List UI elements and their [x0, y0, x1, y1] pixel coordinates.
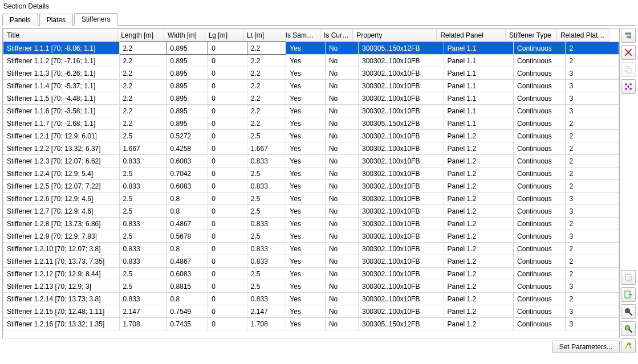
cell-lg[interactable]: 0 — [208, 293, 247, 305]
cell-rpc[interactable]: 2 — [566, 117, 619, 130]
cell-sy[interactable]: Yes — [286, 280, 326, 293]
table-row[interactable]: Stiffener 1.1.2 [70; -7.16; 1.1]2.20.895… — [3, 55, 619, 67]
cell-stype[interactable]: Continuous — [514, 293, 566, 305]
col-panel[interactable]: Related Panel — [437, 29, 506, 42]
cell-width[interactable]: 0.5272 — [166, 130, 208, 142]
cell-panel[interactable]: Panel 1.1 — [444, 55, 514, 67]
cell-lg[interactable]: 0 — [208, 105, 247, 117]
cell-length[interactable]: 0.833 — [119, 255, 166, 268]
col-width[interactable]: Width [m] — [164, 29, 205, 42]
cell-curved[interactable]: No — [325, 130, 358, 142]
cell-sy[interactable]: Yes — [286, 180, 326, 193]
cell-width[interactable]: 0.5678 — [166, 230, 208, 243]
cell-width[interactable]: 0.6083 — [166, 268, 208, 280]
cell-title[interactable]: Stiffener 1.2.9 [70; 12.9; 7.83] — [3, 230, 120, 243]
cell-width[interactable]: 0.895 — [166, 105, 208, 117]
cell-sy[interactable]: Yes — [286, 92, 326, 105]
cell-title[interactable]: Stiffener 1.2.1 [70; 12.9; 6.01] — [3, 130, 120, 142]
cell-sy[interactable]: Yes — [286, 130, 326, 142]
cell-panel[interactable]: Panel 1.2 — [444, 305, 514, 318]
cell-stype[interactable]: Continuous — [514, 218, 566, 230]
cell-lg[interactable]: 0 — [208, 180, 247, 193]
cell-length[interactable]: 2.5 — [119, 167, 166, 180]
cell-lt[interactable]: 1.667 — [247, 142, 286, 155]
cell-rpc[interactable]: 2 — [566, 55, 619, 67]
cell-panel[interactable]: Panel 1.2 — [444, 155, 514, 167]
cell-rpc[interactable]: 3 — [566, 280, 619, 293]
col-property[interactable]: Property — [353, 29, 437, 42]
cell-rpc[interactable]: 2 — [566, 293, 619, 305]
cell-stype[interactable]: Continuous — [514, 205, 566, 218]
cell-lg[interactable]: 0 — [208, 205, 247, 218]
cell-curved[interactable]: No — [325, 42, 358, 55]
table-row[interactable]: Stiffener 1.2.8 [70; 13.73; 6.86]0.8330.… — [3, 218, 619, 230]
cell-rpc[interactable]: 2 — [566, 268, 619, 280]
cell-lt[interactable]: 2.2 — [247, 55, 286, 67]
cell-panel[interactable]: Panel 1.1 — [444, 117, 514, 130]
cell-sy[interactable]: Yes — [286, 318, 326, 330]
cell-title[interactable]: Stiffener 1.2.7 [70; 12.9; 4.6] — [3, 205, 120, 218]
table-row[interactable]: Stiffener 1.2.4 [70; 12.9; 5.4]2.50.7042… — [3, 167, 619, 180]
tab-panels[interactable]: Panels — [2, 14, 38, 26]
table-row[interactable]: Stiffener 1.1.6 [70; -3.58; 1.1]2.20.895… — [3, 105, 619, 117]
cell-title[interactable]: Stiffener 1.1.7 [70; -2.68; 1.1] — [3, 117, 120, 130]
cell-title[interactable]: Stiffener 1.2.8 [70; 13.73; 6.86] — [3, 218, 120, 230]
cell-width[interactable]: 0.8 — [166, 205, 208, 218]
cell-width[interactable]: 0.8 — [166, 293, 208, 305]
cell-length[interactable]: 2.2 — [119, 55, 166, 67]
cell-width[interactable]: 0.7549 — [166, 305, 208, 318]
cell-lg[interactable]: 0 — [208, 268, 247, 280]
cell-sy[interactable]: Yes — [286, 218, 326, 230]
col-length[interactable]: Length [m] — [117, 29, 164, 42]
cell-property[interactable]: 300302..100x10FB — [359, 255, 444, 268]
cell-length[interactable]: 2.5 — [119, 193, 166, 205]
cell-panel[interactable]: Panel 1.2 — [444, 167, 514, 180]
cell-stype[interactable]: Continuous — [514, 155, 566, 167]
table-row[interactable]: Stiffener 1.2.7 [70; 12.9; 4.6]2.50.802.… — [3, 205, 619, 218]
cell-curved[interactable]: No — [325, 268, 358, 280]
cell-stype[interactable]: Continuous — [514, 142, 566, 155]
cell-panel[interactable]: Panel 1.2 — [444, 230, 514, 243]
cell-title[interactable]: Stiffener 1.1.2 [70; -7.16; 1.1] — [3, 55, 120, 67]
cell-title[interactable]: Stiffener 1.1.1 [70; -8.06; 1.1] — [3, 42, 120, 55]
cell-property[interactable]: 300302..100x10FB — [359, 230, 444, 243]
cell-width[interactable]: 0.895 — [166, 92, 208, 105]
cell-lt[interactable]: 2.2 — [247, 42, 286, 55]
cell-lt[interactable]: 2.2 — [247, 105, 286, 117]
cell-width[interactable]: 0.4867 — [166, 255, 208, 268]
cell-lg[interactable]: 0 — [208, 130, 247, 142]
cell-width[interactable]: 0.8815 — [166, 280, 208, 293]
cell-rpc[interactable]: 2 — [566, 243, 619, 255]
cell-title[interactable]: Stiffener 1.2.6 [70; 12.9; 4.6] — [3, 193, 120, 205]
cell-property[interactable]: 300302..100x10FB — [359, 55, 444, 67]
cell-rpc[interactable]: 2 — [566, 155, 619, 167]
cell-panel[interactable]: Panel 1.2 — [444, 243, 514, 255]
cell-lt[interactable]: 1.708 — [247, 318, 286, 330]
cell-stype[interactable]: Continuous — [514, 318, 566, 330]
table-row[interactable]: Stiffener 1.2.14 [70; 13.73; 3.8]0.8330.… — [3, 293, 619, 305]
cell-length[interactable]: 2.2 — [119, 105, 166, 117]
cell-panel[interactable]: Panel 1.2 — [444, 280, 514, 293]
cell-curved[interactable]: No — [325, 142, 358, 155]
cell-lt[interactable]: 0.833 — [247, 243, 286, 255]
cell-lg[interactable]: 0 — [208, 167, 247, 180]
cell-length[interactable]: 2.2 — [119, 92, 166, 105]
stiffeners-grid[interactable]: Title Length [m] Width [m] Lg [m] Lt [m]… — [2, 28, 620, 338]
cell-stype[interactable]: Continuous — [514, 55, 566, 67]
cell-lg[interactable]: 0 — [208, 230, 247, 243]
cell-lt[interactable]: 2.2 — [247, 67, 286, 80]
measure-button[interactable] — [621, 270, 636, 285]
cell-width[interactable]: 0.895 — [166, 42, 208, 55]
table-row[interactable]: Stiffener 1.2.1 [70; 12.9; 6.01]2.50.527… — [3, 130, 619, 142]
cell-panel[interactable]: Panel 1.2 — [444, 318, 514, 330]
col-lg[interactable]: Lg [m] — [205, 29, 243, 42]
cell-curved[interactable]: No — [325, 180, 358, 193]
cell-property[interactable]: 300302..100x10FB — [359, 193, 444, 205]
cell-length[interactable]: 2.2 — [119, 42, 166, 55]
cell-sy[interactable]: Yes — [286, 117, 326, 130]
cell-width[interactable]: 0.4867 — [166, 218, 208, 230]
cell-rpc[interactable]: 2 — [566, 218, 619, 230]
cell-title[interactable]: Stiffener 1.2.3 [70; 12.07; 6.62] — [3, 155, 120, 167]
cell-property[interactable]: 300305..150x12FB — [359, 42, 444, 55]
cell-lt[interactable]: 0.833 — [247, 180, 286, 193]
